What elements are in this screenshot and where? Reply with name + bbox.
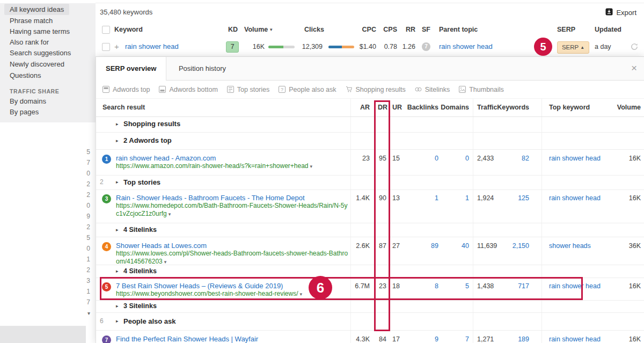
4-sitelinks-label[interactable]: 4 Sitelinks [123, 265, 157, 278]
filter-people-also-ask[interactable]: ?People also ask [279, 86, 336, 93]
gutter-digit: 0 [79, 245, 90, 252]
domains-link[interactable]: 0 [434, 155, 469, 162]
backlinks-link[interactable]: 9 [397, 335, 438, 343]
col-rr[interactable]: RR [391, 26, 415, 33]
col-volume[interactable]: Volume▼ [244, 26, 273, 33]
rank-badge: 3 [102, 194, 111, 203]
group-position: 6 [100, 312, 104, 330]
sidebar-item-questions[interactable]: Questions [4, 70, 47, 81]
col-kd[interactable]: KD [214, 26, 238, 33]
expand-icon[interactable]: ▸ [116, 265, 119, 278]
serp-result-row[interactable]: 1rain shower head - Amazon.comhttps://ww… [96, 149, 644, 176]
col-sf[interactable]: SF [422, 26, 430, 33]
sidebar-item-having-same-terms[interactable]: Having same terms [4, 26, 75, 37]
shopping-results-label[interactable]: Shopping results [123, 116, 180, 132]
domains-link[interactable]: 1 [434, 194, 469, 202]
filter-thumbnails[interactable]: Thumbnails [459, 86, 504, 93]
filter-label: Adwords bottom [169, 86, 217, 93]
serp-sitelinks-row[interactable]: ▸4 Sitelinks [96, 223, 644, 237]
sidebar-item-by-domains[interactable]: By domains [4, 96, 52, 107]
keywords-link[interactable]: 82 [488, 155, 529, 162]
sidebar-item-newly-discovered[interactable]: Newly discovered [4, 59, 70, 70]
serp-sitelinks-row[interactable]: ▸4 Sitelinks [96, 265, 644, 278]
sidebar-item-also-rank-for[interactable]: Also rank for [4, 37, 54, 48]
gutter-digit: 0 [79, 170, 90, 177]
result-title-link[interactable]: Find the Perfect Rain Shower Heads | Way… [116, 335, 258, 343]
people-also-ask-icon: ? [279, 86, 286, 93]
sidebar-item-all-keyword-ideas[interactable]: All keyword ideas [4, 4, 69, 15]
export-label: Export [616, 9, 636, 17]
keywords-link[interactable]: 2,150 [488, 242, 529, 250]
serp-button[interactable]: SERP ▲ [557, 41, 589, 54]
expand-icon[interactable]: ▸ [116, 116, 119, 132]
sidebar-item-phrase-match[interactable]: Phrase match [4, 15, 58, 26]
serp-sitelinks-row[interactable]: ▸3 Sitelinks [96, 300, 644, 313]
serp-group-row[interactable]: ▸Shopping results [96, 116, 644, 133]
url-dropdown-icon[interactable]: ▾ [310, 164, 313, 169]
ar-value: 23 [327, 155, 370, 162]
select-all-checkbox[interactable] [102, 26, 110, 34]
svg-text:?: ? [281, 87, 283, 92]
result-title-link[interactable]: rain shower head - Amazon.com [116, 154, 216, 162]
keyword-link[interactable]: rain shower head [125, 42, 179, 50]
serp-group-row[interactable]: ▸2 Adwords top [96, 132, 644, 150]
3-sitelinks-label[interactable]: 3 Sitelinks [123, 300, 157, 312]
filter-adwords-top[interactable]: Adwords top [103, 86, 150, 93]
row-checkbox[interactable] [102, 43, 110, 51]
expand-icon[interactable]: ▸ [116, 300, 119, 312]
rank-badge: 7 [102, 335, 111, 343]
result-title-link[interactable]: Rain - Shower Heads - Bathroom Faucets -… [116, 194, 305, 202]
url-dropdown-icon[interactable]: ▾ [164, 259, 167, 265]
top-stories-label[interactable]: Top stories [123, 175, 160, 189]
serp-col-domains: Domains [434, 104, 469, 111]
gutter-digit: 2 [79, 223, 90, 231]
tab-position-history[interactable]: Position history [169, 57, 236, 80]
parent-topic-link[interactable]: rain shower head [439, 42, 493, 50]
backlinks-link[interactable]: 0 [397, 155, 438, 162]
serp-result-row[interactable]: 3Rain - Shower Heads - Bathroom Faucets … [96, 189, 644, 223]
add-to-list-icon[interactable]: + [114, 42, 119, 51]
domains-link[interactable]: 40 [434, 242, 469, 250]
expand-icon[interactable]: ▸ [116, 132, 119, 149]
backlinks-link[interactable]: 89 [397, 242, 438, 250]
result-url[interactable]: https://www.homedepot.com/b/Bath-Bathroo… [116, 202, 348, 218]
clicks-value: 12,309 [289, 43, 323, 50]
refresh-icon[interactable] [630, 42, 639, 53]
col-parent-topic[interactable]: Parent topic [439, 26, 478, 33]
serp-result-row[interactable]: 4Shower Heads at Lowes.comhttps://www.lo… [96, 237, 644, 265]
filter-top-stories[interactable]: Top stories [227, 86, 269, 93]
gutter-dropdown-icon[interactable]: ▾ [79, 310, 90, 316]
4-sitelinks-label[interactable]: 4 Sitelinks [123, 223, 157, 237]
2-adwords-top-label[interactable]: 2 Adwords top [123, 132, 172, 149]
domains-link[interactable]: 7 [434, 335, 469, 343]
url-dropdown-icon[interactable]: ▾ [169, 211, 171, 217]
sidebar-item-by-pages[interactable]: By pages [4, 106, 44, 118]
expand-icon[interactable]: ▸ [116, 223, 119, 237]
sitelinks-icon [415, 86, 422, 93]
serp-result-row[interactable]: 7Find the Perfect Rain Shower Heads | Wa… [96, 330, 644, 343]
sidebar-item-search-suggestions[interactable]: Search suggestions [4, 47, 76, 59]
serp-group-row[interactable]: 6▸People also ask [96, 312, 644, 331]
expand-icon[interactable]: ▸ [116, 312, 119, 330]
backlinks-link[interactable]: 1 [397, 194, 438, 202]
keywords-link[interactable]: 189 [488, 335, 529, 343]
serp-group-row[interactable]: 2▸Top stories [96, 175, 644, 190]
filter-shopping-results[interactable]: Shopping results [346, 86, 406, 93]
collapse-arrow-icon: ▲ [580, 45, 584, 50]
expand-icon[interactable]: ▸ [116, 175, 119, 189]
people-also-ask-label[interactable]: People also ask [123, 312, 176, 330]
toolbar: 35,480 keywords Export [96, 3, 644, 22]
col-clicks[interactable]: Clicks [304, 26, 324, 33]
result-title-link[interactable]: Shower Heads at Lowes.com [116, 242, 207, 250]
col-updated[interactable]: Updated [595, 26, 621, 33]
gutter-digit: 3 [79, 277, 90, 284]
col-keyword[interactable]: Keyword [114, 26, 143, 33]
export-button[interactable]: Export [605, 7, 636, 18]
result-url[interactable]: https://www.amazon.com/rain-shower-head/… [116, 162, 312, 171]
tab-serp-overview[interactable]: SERP overview [96, 57, 166, 81]
close-icon[interactable]: × [631, 62, 637, 75]
keywords-link[interactable]: 125 [488, 194, 529, 202]
result-url[interactable]: https://www.lowes.com/pl/Shower-heads-Ba… [116, 250, 348, 266]
filter-adwords-bottom[interactable]: Adwords bottom [159, 86, 217, 93]
filter-sitelinks[interactable]: Sitelinks [415, 86, 450, 93]
